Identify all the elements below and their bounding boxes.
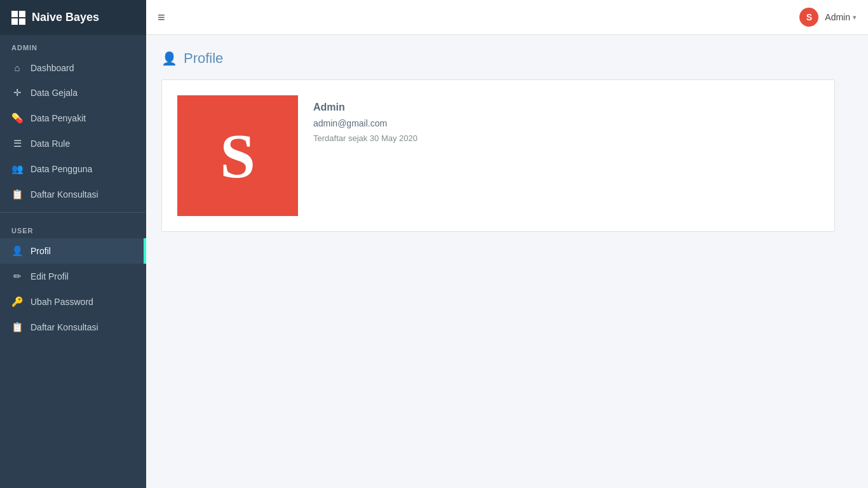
sidebar-item-label: Ubah Password: [31, 297, 93, 307]
profile-card: S Admin admin@gmail.com Terdaftar sejak …: [161, 79, 835, 232]
content-area: 👤 Profile S Admin admin@gmail.com Terdaf…: [146, 35, 868, 488]
app-title: Naive Bayes: [32, 11, 99, 24]
admin-dropdown[interactable]: Admin ▾: [825, 12, 857, 22]
sidebar-item-data-rule[interactable]: ☰ Data Rule: [0, 131, 146, 156]
sidebar-item-label: Profil: [31, 246, 51, 256]
sidebar-item-label: Data Penyakit: [31, 113, 86, 123]
topbar-left: ≡: [158, 10, 165, 25]
sidebar-item-label: Daftar Konsultasi: [31, 189, 98, 200]
data-pengguna-icon: 👥: [11, 163, 23, 175]
data-penyakit-icon: 💊: [11, 112, 23, 124]
profil-icon: 👤: [11, 245, 23, 257]
page-header: 👤 Profile: [161, 50, 853, 67]
sidebar-item-label: Dashboard: [31, 63, 74, 73]
sidebar-item-data-pengguna[interactable]: 👥 Data Pengguna: [0, 156, 146, 182]
sidebar-item-label: Data Rule: [31, 139, 70, 149]
sidebar: Naive Bayes ADMIN ⌂ Dashboard ✛ Data Gej…: [0, 0, 146, 488]
sidebar-item-label: Daftar Konsultasi: [31, 322, 98, 332]
profile-email: admin@gmail.com: [313, 118, 417, 128]
topbar-avatar: S: [799, 8, 818, 27]
admin-name: Admin: [825, 12, 850, 22]
sidebar-item-daftar-konsultasi-user[interactable]: 📋 Daftar Konsultasi: [0, 315, 146, 340]
sidebar-item-ubah-password[interactable]: 🔑 Ubah Password: [0, 289, 146, 315]
chevron-down-icon: ▾: [853, 13, 857, 22]
profile-info: Admin admin@gmail.com Terdaftar sejak 30…: [313, 95, 417, 143]
windows-icon: [11, 11, 25, 25]
page-title: Profile: [184, 50, 223, 67]
sidebar-brand: Naive Bayes: [0, 0, 146, 35]
sidebar-item-edit-profil[interactable]: ✏ Edit Profil: [0, 264, 146, 289]
sidebar-item-label: Data Gejala: [31, 88, 78, 98]
daftar-konsultasi-admin-icon: 📋: [11, 189, 23, 200]
profile-registered: Terdaftar sejak 30 May 2020: [313, 133, 417, 143]
hamburger-icon[interactable]: ≡: [158, 10, 165, 25]
main-area: ≡ S Admin ▾ 👤 Profile S Admin admin@gmai…: [146, 0, 868, 488]
profile-header-icon: 👤: [161, 51, 177, 66]
sidebar-item-daftar-konsultasi-admin[interactable]: 📋 Daftar Konsultasi: [0, 182, 146, 207]
sidebar-item-dashboard[interactable]: ⌂ Dashboard: [0, 55, 146, 80]
sidebar-item-profil[interactable]: 👤 Profil: [0, 238, 146, 264]
sidebar-item-data-penyakit[interactable]: 💊 Data Penyakit: [0, 105, 146, 131]
user-section-label: USER: [0, 218, 146, 238]
dashboard-icon: ⌂: [11, 62, 23, 73]
profile-avatar-box: S: [177, 95, 298, 216]
sidebar-divider: [0, 212, 146, 213]
profile-name: Admin: [313, 102, 417, 113]
sidebar-item-label: Data Pengguna: [31, 164, 92, 174]
topbar: ≡ S Admin ▾: [146, 0, 868, 35]
admin-section-label: ADMIN: [0, 35, 146, 55]
edit-profil-icon: ✏: [11, 271, 23, 282]
ubah-password-icon: 🔑: [11, 296, 23, 308]
data-gejala-icon: ✛: [11, 87, 23, 98]
data-rule-icon: ☰: [11, 138, 23, 149]
sidebar-item-label: Edit Profil: [31, 271, 69, 281]
topbar-right: S Admin ▾: [799, 8, 857, 27]
daftar-konsultasi-user-icon: 📋: [11, 322, 23, 333]
sidebar-item-data-gejala[interactable]: ✛ Data Gejala: [0, 80, 146, 105]
